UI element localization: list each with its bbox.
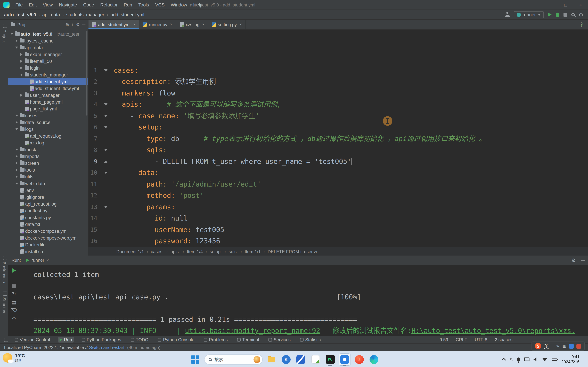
battery-icon[interactable]	[551, 358, 557, 361]
display-icon[interactable]	[524, 358, 529, 361]
file-explorer-button[interactable]	[266, 354, 277, 365]
statusbar-item-python-console[interactable]: Python Console	[156, 337, 196, 342]
capture-app-button[interactable]	[339, 354, 350, 365]
breadcrumb-item[interactable]: students_manager	[66, 12, 104, 17]
tree-row[interactable]: conftest.py	[8, 207, 88, 214]
fold-down-icon[interactable]	[104, 149, 108, 151]
menu-item-navigate[interactable]: Navigate	[56, 0, 80, 10]
expand-collapse-icon[interactable]: ↕	[71, 22, 74, 27]
show-desktop-button[interactable]	[585, 355, 585, 364]
tree-row[interactable]: add_student_flow.yml	[8, 85, 88, 92]
search-everywhere-icon[interactable]	[571, 13, 575, 16]
close-tab-icon[interactable]: ×	[133, 22, 136, 27]
fold-down-icon[interactable]	[104, 206, 108, 208]
tree-chevron-open-icon[interactable]	[19, 74, 24, 76]
menu-item-tools[interactable]: Tools	[135, 0, 152, 10]
run-settings-gear-icon[interactable]: ⚙	[571, 257, 576, 263]
tree-row[interactable]: auto_test_v5.0H:\auto_test	[8, 31, 88, 37]
fold-down-icon[interactable]	[104, 172, 108, 174]
statusbar-item-version-control[interactable]: Version Control	[13, 337, 52, 342]
tree-row[interactable]: api_request.log	[8, 200, 88, 207]
yaml-breadcrumb-item[interactable]: sqls:	[229, 249, 238, 254]
tree-chevron-closed-icon[interactable]	[14, 162, 19, 165]
statusbar-item-run[interactable]: Run	[58, 337, 74, 342]
tree-row[interactable]: xzs.log	[8, 139, 88, 146]
sogou-logo-icon[interactable]: S	[535, 343, 541, 349]
tree-row[interactable]: reports	[8, 153, 88, 160]
yaml-breadcrumb-item[interactable]: Document 1/1	[116, 249, 144, 254]
edge-browser-button[interactable]	[368, 354, 380, 365]
tree-chevron-closed-icon[interactable]	[14, 114, 19, 117]
close-icon[interactable]: ×	[46, 258, 49, 263]
ime-pen-icon[interactable]: ✎	[556, 344, 560, 349]
statusbar-item-python-packages[interactable]: Python Packages	[80, 337, 123, 342]
taskbar-weather[interactable]: 19°C 晴朗	[3, 353, 25, 363]
ink-pen-icon[interactable]: ✎	[509, 357, 513, 362]
tree-row[interactable]: utils	[8, 173, 88, 180]
run-console-output[interactable]: collected 1 item cases\test_api\test_api…	[20, 265, 588, 336]
tree-row[interactable]: data.txt	[8, 221, 88, 228]
tool-stripe-project[interactable]: Project	[0, 24, 8, 43]
ime-punctuation-icon[interactable]: ’,	[551, 344, 553, 349]
tree-row[interactable]: cases	[8, 112, 88, 119]
ime-keyboard-icon[interactable]: ▦	[562, 344, 566, 349]
tree-chevron-closed-icon[interactable]	[14, 39, 19, 42]
notification-link[interactable]: Switch and restart	[89, 345, 124, 350]
tree-row[interactable]: data_source	[8, 119, 88, 126]
tool-stripe-bookmarks[interactable]: Bookmarks	[0, 256, 8, 283]
tree-chevron-closed-icon[interactable]	[19, 94, 24, 97]
taskbar-clock[interactable]: 9:41 2024/5/16	[561, 354, 579, 365]
yaml-breadcrumb-item[interactable]: apis:	[171, 249, 180, 254]
breadcrumb-item[interactable]: api_data	[42, 12, 60, 17]
restore-layout-icon[interactable]: ↻	[12, 292, 16, 296]
code-with-me-icon[interactable]	[505, 15, 510, 17]
menu-item-window[interactable]: Window	[168, 0, 190, 10]
hide-run-panel-icon[interactable]: ─	[581, 257, 585, 263]
tree-row[interactable]: docker-compose.yml	[8, 228, 88, 234]
tree-chevron-closed-icon[interactable]	[19, 67, 24, 69]
tree-row[interactable]: exam_manager	[8, 51, 88, 58]
run-button[interactable]	[548, 13, 551, 17]
tree-row[interactable]: page_list.yml	[8, 105, 88, 112]
sogou-input-bar[interactable]: S 英 ’, ✎ ▦	[531, 342, 585, 351]
rerun-button[interactable]	[12, 268, 16, 273]
tree-chevron-closed-icon[interactable]	[19, 60, 24, 63]
tree-row[interactable]: .pytest_cache	[8, 37, 88, 44]
statusbar-item-problems[interactable]: Problems	[202, 337, 229, 342]
menu-item-edit[interactable]: Edit	[26, 0, 40, 10]
menu-item-run[interactable]: Run	[121, 0, 135, 10]
tree-chevron-closed-icon[interactable]	[14, 155, 19, 158]
inspection-ok-icon[interactable]: ✓	[580, 21, 585, 28]
tree-chevron-closed-icon[interactable]	[14, 148, 19, 151]
project-scrollbar[interactable]	[86, 31, 87, 116]
fold-up-icon[interactable]	[104, 160, 108, 163]
tree-chevron-closed-icon[interactable]	[14, 182, 19, 185]
close-button[interactable]: ×	[573, 0, 588, 10]
statusbar-item-services[interactable]: Services	[267, 337, 292, 342]
status-widget[interactable]: UTF-8	[475, 337, 487, 342]
tree-chevron-closed-icon[interactable]	[14, 168, 19, 171]
pin-tab-icon[interactable]: ⊙	[12, 316, 16, 321]
volume-icon[interactable]	[533, 357, 538, 362]
tree-row[interactable]: api_request.log	[8, 133, 88, 139]
status-widget[interactable]: 2 spaces	[495, 337, 512, 342]
editor-tab[interactable]: runner.py×	[139, 20, 176, 29]
tree-row[interactable]: screen	[8, 160, 88, 167]
menu-item-vcs[interactable]: VCS	[152, 0, 168, 10]
debug-button[interactable]	[555, 12, 559, 17]
maximize-button[interactable]: □	[558, 0, 573, 10]
yaml-breadcrumb-item[interactable]: cases:	[151, 249, 164, 254]
network-icon[interactable]	[542, 358, 547, 361]
yaml-breadcrumb-item[interactable]: Item 1/4	[187, 249, 203, 254]
print-console-icon[interactable]: ▤	[12, 300, 16, 304]
tree-chevron-closed-icon[interactable]	[14, 175, 19, 178]
tree-chevron-closed-icon[interactable]	[14, 121, 19, 124]
yaml-breadcrumb-item[interactable]: setup:	[210, 249, 222, 254]
ime-skin-icon[interactable]	[576, 344, 581, 349]
toolwindow-switcher-icon[interactable]	[4, 338, 8, 342]
ime-toolbox-icon[interactable]	[569, 344, 574, 349]
tree-row[interactable]: litemall_50	[8, 58, 88, 65]
editor-tab[interactable]: setting.py×	[208, 20, 245, 29]
tree-row[interactable]: Dockerfile	[8, 241, 88, 248]
fold-down-icon[interactable]	[104, 103, 108, 106]
